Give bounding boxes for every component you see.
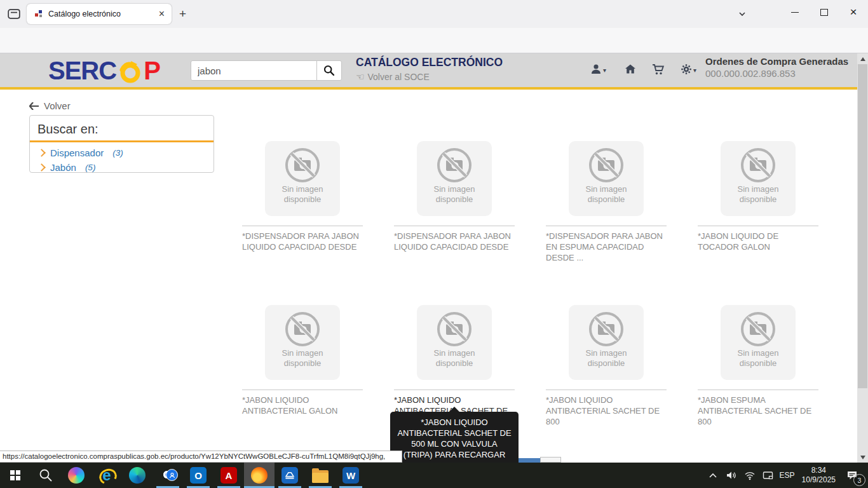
taskbar-acrobat-button[interactable]: A xyxy=(214,463,244,488)
product-card[interactable]: Sin imagen disponible *DISPENSADOR PARA … xyxy=(394,141,515,263)
browser-toolbar: https://catalogoelectronico.compraspubli… xyxy=(0,28,868,53)
search-icon xyxy=(323,64,336,77)
no-image-text: disponible xyxy=(417,358,492,369)
home-button[interactable] xyxy=(624,63,637,76)
tab-favicon xyxy=(34,10,43,18)
no-image-text: Sin imagen xyxy=(417,348,492,358)
orders-label: Ordenes de Compra Generadas xyxy=(705,56,848,67)
tab-close-icon[interactable]: × xyxy=(157,9,166,19)
taskbar-firefox-button[interactable] xyxy=(244,463,275,488)
search-icon xyxy=(38,468,53,483)
tray-chevron-up-icon[interactable] xyxy=(706,467,720,484)
window-minimize-button[interactable] xyxy=(780,0,810,24)
hidden-dialog-button-partial[interactable] xyxy=(540,457,561,463)
product-title-link[interactable]: *JABON LIQUIDO DE TOCADOR GALON xyxy=(698,231,817,252)
no-image-text: Sin imagen xyxy=(265,184,340,194)
taskbar-edge-button[interactable] xyxy=(122,463,153,488)
taskbar-chrome-button[interactable] xyxy=(153,463,183,488)
no-image-text: Sin imagen xyxy=(417,184,492,194)
card-divider xyxy=(394,226,515,226)
product-card[interactable]: Sin imagen disponible *JABON ESPUMA ANTI… xyxy=(698,305,818,427)
link-status-bar: https://catalogoelectronico.compraspubli… xyxy=(0,451,402,463)
back-volver-link[interactable]: Volver xyxy=(29,100,71,111)
no-image-placeholder[interactable]: Sin imagen disponible xyxy=(265,141,340,216)
internet-explorer-icon: e xyxy=(98,467,115,484)
product-card[interactable]: Sin imagen disponible *JABON LIQUIDO DE … xyxy=(698,141,818,263)
chrome-profile-icon xyxy=(159,467,176,484)
volver-al-soce-link[interactable]: ☜ Volver al SOCE xyxy=(356,71,430,83)
scroll-down-arrow[interactable] xyxy=(857,452,868,463)
no-image-placeholder[interactable]: Sin imagen disponible xyxy=(569,305,644,380)
no-image-placeholder[interactable]: Sin imagen disponible xyxy=(721,141,796,216)
hidden-dialog-button-partial[interactable] xyxy=(519,458,540,463)
no-image-placeholder[interactable]: Sin imagen disponible xyxy=(417,141,492,216)
product-title-link[interactable]: *JABON ESPUMA ANTIBACTERIAL SACHET DE 80… xyxy=(698,395,817,427)
clock-date: 10/9/2025 xyxy=(802,475,836,484)
user-menu-button[interactable]: ▾ xyxy=(590,63,606,76)
product-title-link[interactable]: *JABON LIQUIDO ANTIBACTERIAL SACHET DE 8… xyxy=(546,395,665,427)
taskbar-search-button[interactable] xyxy=(31,463,61,488)
no-image-text: disponible xyxy=(265,358,340,369)
copilot-icon xyxy=(68,467,85,484)
product-card[interactable]: Sin imagen disponible *DISPENSADOR PARA … xyxy=(242,141,363,263)
product-card[interactable]: Sin imagen disponible *DISPENSADOR PARA … xyxy=(546,141,667,263)
product-card[interactable]: Sin imagen disponible *JABON LIQUIDO ANT… xyxy=(546,305,667,427)
screen: Catálogo electrónico × + × https://c xyxy=(0,0,868,488)
page-title: CATÁLOGO ELECTRÓNICO xyxy=(356,56,503,69)
no-image-placeholder[interactable]: Sin imagen disponible xyxy=(265,305,340,380)
filter-title: Buscar en: xyxy=(37,122,206,137)
sercop-logo[interactable]: SERCP xyxy=(48,57,160,85)
arrow-left-icon xyxy=(29,102,39,110)
window-close-button[interactable]: × xyxy=(839,0,868,24)
outlook-icon: O xyxy=(190,467,207,484)
taskbar-internet-explorer-button[interactable]: e xyxy=(92,463,122,488)
folder-icon xyxy=(312,470,329,483)
no-image-text: disponible xyxy=(721,358,796,369)
no-image-placeholder[interactable]: Sin imagen disponible xyxy=(417,305,492,380)
notification-center-button[interactable]: 3 xyxy=(843,466,862,485)
chevron-right-icon xyxy=(37,149,46,157)
list-all-tabs-icon[interactable] xyxy=(737,9,747,19)
no-image-text: disponible xyxy=(265,194,340,205)
taskbar-scanner-app-button[interactable] xyxy=(275,463,305,488)
camera-slash-icon xyxy=(739,146,777,184)
camera-slash-icon xyxy=(435,146,473,184)
filter-item-jabon[interactable]: Jabón (5) xyxy=(39,162,214,173)
product-title-link[interactable]: *JABON LIQUIDO ANTIBACTERIAL GALON xyxy=(242,395,362,416)
product-title-link[interactable]: *DISPENSADOR PARA JABON LIQUIDO CAPACIDA… xyxy=(242,231,362,252)
word-icon: W xyxy=(342,467,359,484)
wifi-icon[interactable] xyxy=(743,467,757,484)
filter-item-dispensador[interactable]: Dispensador (3) xyxy=(39,147,214,158)
product-card[interactable]: Sin imagen disponible *JABON LIQUIDO ANT… xyxy=(242,305,363,427)
hand-left-icon: ☜ xyxy=(356,71,364,83)
volume-icon[interactable] xyxy=(724,467,738,484)
virtual-display-icon[interactable] xyxy=(761,467,775,484)
notification-count-badge: 3 xyxy=(853,474,865,486)
taskbar-copilot-button[interactable] xyxy=(61,463,92,488)
product-title-link[interactable]: *DISPENSADOR PARA JABON LIQUIDO CAPACIDA… xyxy=(394,231,513,252)
product-title-link[interactable]: *DISPENSADOR PARA JABON EN ESPUMA CAPACI… xyxy=(546,231,665,263)
browser-tab[interactable]: Catálogo electrónico × xyxy=(27,4,172,24)
firefox-view-icon[interactable] xyxy=(7,8,21,20)
no-image-placeholder[interactable]: Sin imagen disponible xyxy=(721,305,796,380)
clock[interactable]: 8:34 10/9/2025 xyxy=(802,466,836,485)
scroll-up-arrow[interactable] xyxy=(857,53,868,64)
cart-button[interactable] xyxy=(651,63,665,76)
start-button[interactable] xyxy=(0,463,31,488)
taskbar-outlook-button[interactable]: O xyxy=(183,463,214,488)
taskbar-file-explorer-button[interactable] xyxy=(305,463,336,488)
card-divider xyxy=(242,390,363,390)
vertical-scrollbar[interactable] xyxy=(857,53,868,463)
card-divider xyxy=(242,226,363,226)
taskbar-word-button[interactable]: W xyxy=(336,463,366,488)
search-button[interactable] xyxy=(316,60,342,81)
search-input[interactable] xyxy=(191,60,323,81)
new-tab-button[interactable]: + xyxy=(179,8,186,20)
no-image-placeholder[interactable]: Sin imagen disponible xyxy=(569,141,644,216)
window-restore-button[interactable] xyxy=(810,0,839,24)
no-image-text: disponible xyxy=(417,194,492,205)
language-indicator[interactable]: ESP xyxy=(780,471,795,480)
settings-menu-button[interactable]: ▾ xyxy=(680,63,696,76)
scrollbar-thumb[interactable] xyxy=(858,64,867,388)
camera-slash-icon xyxy=(435,310,473,348)
